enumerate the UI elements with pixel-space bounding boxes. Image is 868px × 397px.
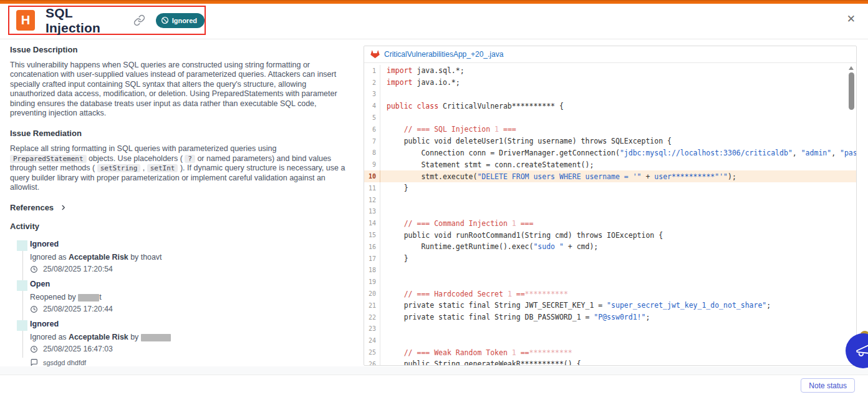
- activity-item: IgnoredIgnored as Acceptable Risk by 25/…: [10, 320, 352, 366]
- code-text: // === SQL Injection 1 ===: [380, 125, 516, 134]
- line-number: 2: [364, 77, 380, 89]
- code-text: // === Hardcoded Secret 1 ==**********: [380, 290, 568, 298]
- references-heading: References: [10, 203, 54, 212]
- clock-icon: [30, 305, 38, 313]
- code-line: 23: [364, 323, 856, 335]
- code-text: Runtime.getRuntime().exec("sudo " + cmd)…: [380, 242, 598, 251]
- code-line: 9 Statement stmt = conn.createStatement(…: [364, 159, 856, 170]
- code-text: Connection conn = DriverManager.getConne…: [380, 149, 857, 157]
- megaphone-icon: [855, 343, 868, 359]
- note-status-button[interactable]: Note status: [801, 378, 855, 393]
- line-number: 26: [364, 358, 380, 366]
- inline-code: PreparedStatement: [10, 155, 87, 163]
- line-number: 22: [364, 311, 380, 323]
- panel-header: H SQL Injection Ignored ✕: [0, 4, 868, 39]
- code-line: 19: [364, 276, 856, 288]
- chevron-right-icon: [60, 204, 67, 211]
- description-heading: Issue Description: [10, 45, 352, 54]
- code-line: 24: [364, 335, 856, 346]
- line-number: 17: [364, 253, 380, 265]
- line-number: 14: [364, 217, 380, 229]
- line-number: 4: [364, 100, 380, 112]
- code-text: public void deleteUser1(String username)…: [380, 137, 672, 145]
- code-line: 5: [364, 112, 856, 124]
- code-line: 14 // === Command Injection 1 ===: [364, 217, 856, 229]
- scroll-up-arrow-icon[interactable]: [849, 66, 854, 70]
- line-number: 16: [364, 241, 380, 253]
- code-line: 10 stmt.execute("DELETE FROM users WHERE…: [364, 170, 856, 182]
- activity-detail: Ignored as Acceptable Risk by thoavt: [30, 253, 352, 262]
- remediation-heading: Issue Remediation: [10, 129, 352, 138]
- status-badge-label: Ignored: [172, 17, 197, 24]
- line-number: 23: [364, 323, 380, 335]
- issue-title: SQL Injection: [46, 6, 123, 36]
- line-number: 5: [364, 112, 380, 124]
- line-number: 25: [364, 346, 380, 358]
- code-filename-link[interactable]: CriticalVulnerabilitiesApp_+20_.java: [384, 50, 503, 59]
- activity-comment: sgsdgd dhdfdf: [30, 358, 352, 366]
- code-scrollbar[interactable]: [847, 65, 855, 363]
- references-toggle[interactable]: References: [10, 203, 352, 212]
- activity-detail: Reopened by t: [30, 293, 352, 301]
- issue-details-pane: Issue Description This vulnerability hap…: [10, 45, 352, 373]
- line-number: 15: [364, 229, 380, 241]
- line-number: 6: [364, 124, 380, 135]
- activity-item: OpenReopened by t25/08/2025 17:20:44: [10, 280, 352, 313]
- activity-detail: Ignored as Acceptable Risk by: [30, 333, 352, 341]
- code-text: }: [380, 184, 408, 192]
- code-line: 22 private static final String DB_PASSWO…: [364, 311, 856, 323]
- code-text: public class CriticalVulnerab********** …: [380, 102, 564, 110]
- highlighted-title-group: H SQL Injection Ignored: [8, 6, 206, 35]
- severity-logo: H: [16, 10, 35, 31]
- code-text: import java.sql.*;: [380, 66, 465, 75]
- code-line: 18: [364, 265, 856, 277]
- timeline-dot: [19, 322, 26, 329]
- clock-icon: [30, 265, 38, 273]
- line-number: 3: [364, 89, 380, 100]
- inline-code: setString: [97, 164, 141, 172]
- line-number: 20: [364, 288, 380, 300]
- code-line: 26 public String generateWeakR**********…: [364, 358, 856, 366]
- code-line: 16 Runtime.getRuntime().exec("sudo " + c…: [364, 241, 856, 253]
- line-number: 7: [364, 135, 380, 147]
- remediation-text: Replace all string formatting in SQL que…: [10, 144, 352, 192]
- line-number: 8: [364, 147, 380, 159]
- activity-timestamp: 25/08/2025 16:47:03: [30, 345, 352, 353]
- line-number: 13: [364, 206, 380, 218]
- code-line: 15 public void runRootCommand1(String cm…: [364, 229, 856, 241]
- code-text: Statement stmt = conn.createStatement();: [380, 160, 594, 169]
- redacted-username: [141, 334, 171, 341]
- code-text: private static final String JWT_SECRET_K…: [380, 301, 771, 310]
- prefooter-strip: [0, 366, 868, 375]
- code-text: public String generateWeakR**********() …: [380, 360, 581, 366]
- code-viewer-panel: CriticalVulnerabilitiesApp_+20_.java 1im…: [364, 46, 857, 366]
- code-text: public void runRootCommand1(String cmd) …: [380, 231, 663, 240]
- code-lines: 1import java.sql.*;2import java.io.*;34p…: [364, 63, 856, 366]
- line-number: 12: [364, 194, 380, 206]
- timeline-dot: [19, 242, 26, 249]
- timeline-dot: [19, 282, 26, 289]
- code-line: 8 Connection conn = DriverManager.getCon…: [364, 147, 856, 159]
- code-text: private static final String DB_PASSWORD_…: [380, 313, 650, 321]
- line-number: 21: [364, 300, 380, 311]
- code-line: 12: [364, 194, 856, 206]
- code-line: 2import java.io.*;: [364, 77, 856, 89]
- inline-code: setInt: [147, 164, 178, 172]
- close-icon[interactable]: ✕: [847, 14, 856, 24]
- line-number: 18: [364, 265, 380, 277]
- permalink-icon[interactable]: [133, 14, 145, 26]
- code-text: // === Weak Random Token 1 ==**********: [380, 348, 572, 357]
- activity-timestamp: 25/08/2025 17:20:44: [30, 305, 352, 313]
- code-line: 11 }: [364, 182, 856, 194]
- ignored-icon: [161, 16, 169, 24]
- redacted-username: [78, 294, 99, 301]
- code-line: 7 public void deleteUser1(String usernam…: [364, 135, 856, 147]
- description-text: This vulnerability happens when SQL quer…: [10, 61, 352, 118]
- scrollbar-thumb[interactable]: [849, 72, 854, 110]
- line-number: 1: [364, 65, 380, 77]
- code-line: 21 private static final String JWT_SECRE…: [364, 300, 856, 311]
- gitlab-icon: [370, 50, 380, 59]
- code-line: 1import java.sql.*;: [364, 65, 856, 77]
- code-text: // === Command Injection 1 ===: [380, 219, 533, 228]
- code-text: import java.io.*;: [380, 78, 460, 87]
